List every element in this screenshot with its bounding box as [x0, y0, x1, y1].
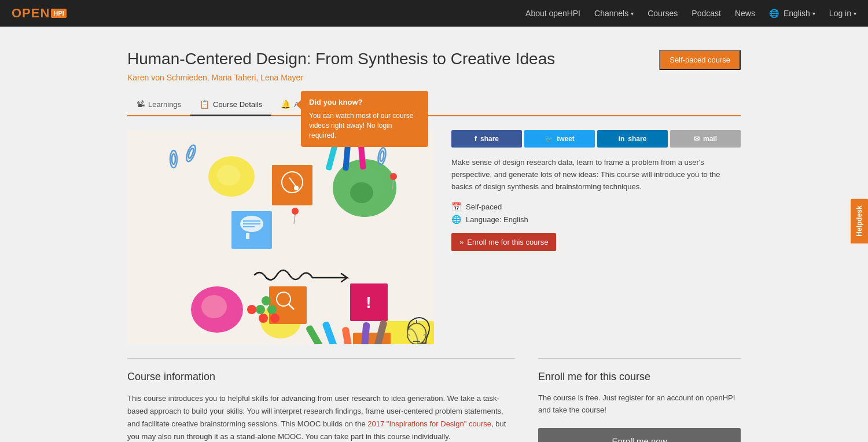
- helpdesk-tab[interactable]: Helpdesk: [851, 198, 868, 243]
- course-image: ! ☞: [127, 130, 434, 344]
- course-image-area: ! ☞: [127, 130, 434, 344]
- tabs-row: 📽 Learnings 📋 Course Details 🔔 Announcem…: [127, 94, 741, 116]
- svg-point-9: [217, 165, 240, 186]
- calendar-icon: 📅: [451, 202, 461, 211]
- svg-point-13: [294, 186, 299, 190]
- language-icon: 🌐: [451, 215, 461, 224]
- share-facebook-button[interactable]: f share: [451, 130, 522, 148]
- share-linkedin-button[interactable]: in share: [597, 130, 668, 148]
- self-paced-badge[interactable]: Self-paced course: [659, 50, 741, 70]
- tabs-container: 📽 Learnings 📋 Course Details 🔔 Announcem…: [116, 94, 752, 116]
- course-title: Human-Centered Design: From Synthesis to…: [127, 50, 741, 68]
- channels-caret: ▾: [631, 10, 634, 17]
- language-caret: ▾: [812, 10, 815, 17]
- chevron-right-icon: »: [459, 238, 464, 246]
- image-placeholder: ! ☞: [127, 130, 434, 344]
- brand-hpi-text: HPI: [51, 9, 66, 18]
- svg-point-47: [267, 305, 277, 314]
- svg-text:!: !: [366, 293, 371, 311]
- hero-section: Human-Centered Design: From Synthesis to…: [0, 27, 868, 116]
- course-info-column: Course information This course introduce…: [127, 358, 515, 442]
- enroll-title: Enroll me for this course: [538, 371, 741, 383]
- enroll-button-large[interactable]: Enroll me now: [538, 428, 741, 442]
- globe-icon: 🌐: [769, 9, 779, 18]
- course-description: Make sense of design research data, lear…: [451, 157, 741, 193]
- share-buttons: f share 🐦 tweet in share ✉ mail: [451, 130, 741, 148]
- tooltip-popup: Did you know? You can watch most of our …: [301, 91, 428, 147]
- nav-login[interactable]: Log in ▾: [829, 9, 856, 18]
- nav-news[interactable]: News: [735, 9, 755, 18]
- meta-self-paced: 📅 Self-paced: [451, 202, 741, 211]
- tooltip-title: Did you know?: [309, 98, 420, 106]
- course-illustration: ! ☞: [127, 130, 434, 344]
- enroll-button-small[interactable]: » Enroll me for this course: [451, 233, 556, 251]
- svg-point-48: [262, 296, 271, 305]
- main-content: ! ☞: [116, 116, 752, 358]
- share-mail-button[interactable]: ✉ mail: [670, 130, 741, 148]
- nav-language[interactable]: 🌐 English ▾: [769, 9, 815, 18]
- course-details-icon: 📋: [200, 100, 209, 109]
- bottom-section: Course information This course introduce…: [116, 358, 752, 442]
- nav-podcast[interactable]: Podcast: [692, 9, 721, 18]
- announcements-icon: 🔔: [281, 100, 290, 109]
- nav-about[interactable]: About openHPI: [525, 9, 580, 18]
- svg-rect-16: [246, 233, 249, 239]
- course-link[interactable]: 2017 "Inspirations for Design" course: [367, 419, 491, 428]
- svg-point-50: [259, 314, 268, 323]
- svg-point-49: [247, 305, 256, 314]
- course-authors: Karen von Schmieden, Mana Taheri, Lena M…: [127, 73, 741, 82]
- login-caret: ▾: [854, 10, 856, 17]
- meta-language: 🌐 Language: English: [451, 215, 741, 224]
- learnings-icon: 📽: [137, 100, 145, 109]
- tooltip-text: You can watch most of our course videos …: [309, 111, 420, 140]
- facebook-icon: f: [475, 135, 477, 143]
- brand-open-text: OPEN: [12, 6, 50, 21]
- tab-learnings[interactable]: 📽 Learnings: [127, 94, 190, 116]
- mail-icon: ✉: [694, 135, 700, 143]
- linkedin-icon: in: [619, 135, 625, 143]
- enroll-text: The course is free. Just register for an…: [538, 392, 741, 417]
- course-info-title: Course information: [127, 371, 515, 383]
- svg-point-52: [292, 208, 299, 215]
- svg-rect-39: [353, 333, 391, 344]
- enroll-column: Enroll me for this course The course is …: [538, 358, 741, 442]
- svg-point-46: [256, 305, 265, 314]
- svg-point-54: [390, 173, 397, 180]
- course-sidebar: f share 🐦 tweet in share ✉ mail Make sen…: [451, 130, 741, 344]
- svg-point-7: [350, 182, 373, 203]
- navbar: OPEN HPI About openHPI Channels ▾ Course…: [0, 0, 868, 27]
- nav-channels[interactable]: Channels ▾: [594, 9, 634, 18]
- brand[interactable]: OPEN HPI: [12, 6, 67, 21]
- nav-courses[interactable]: Courses: [648, 9, 678, 18]
- hero-inner: Human-Centered Design: From Synthesis to…: [116, 50, 752, 82]
- tab-course-details[interactable]: 📋 Course Details: [190, 94, 271, 116]
- course-info-text: This course introduces you to helpful sk…: [127, 392, 515, 442]
- nav-menu: About openHPI Channels ▾ Courses Podcast…: [525, 9, 856, 18]
- twitter-icon: 🐦: [545, 135, 553, 143]
- svg-point-21: [201, 295, 227, 318]
- course-meta: 📅 Self-paced 🌐 Language: English: [451, 202, 741, 224]
- svg-point-51: [270, 314, 279, 323]
- share-twitter-button[interactable]: 🐦 tweet: [524, 130, 595, 148]
- svg-rect-10: [272, 165, 312, 205]
